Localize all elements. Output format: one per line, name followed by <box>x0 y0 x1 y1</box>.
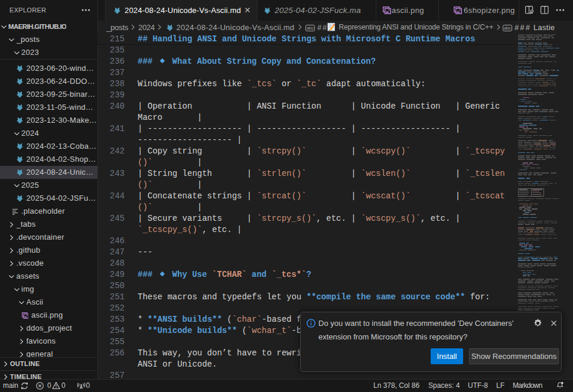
svg-text:abc: abc <box>504 25 511 31</box>
svg-text:abc: abc <box>307 25 314 31</box>
